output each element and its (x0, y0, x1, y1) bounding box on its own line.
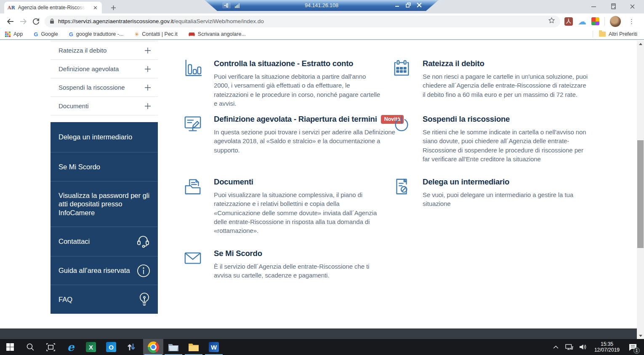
file-explorer-icon[interactable] (163, 339, 184, 355)
volume-icon[interactable] (577, 339, 588, 355)
task-view-button[interactable] (40, 339, 61, 355)
plus-icon[interactable] (144, 47, 151, 54)
window-close-button[interactable] (624, 0, 641, 13)
reload-button[interactable] (29, 15, 42, 28)
remote-connection-bar: 94.141.26.108 (205, 0, 439, 11)
plus-icon[interactable] (144, 84, 151, 91)
page-footer-strip (0, 328, 637, 339)
service-description: Se ritieni che le somme indicate in cart… (423, 128, 590, 163)
sidebar-link-guida[interactable]: Guida all’area riservata (51, 256, 158, 285)
search-button[interactable] (20, 339, 40, 355)
bookmark-contatti-pec[interactable]: ✳ Contatti | Pec.it (134, 31, 177, 37)
sidebar-item-documenti[interactable]: Documenti (51, 96, 158, 115)
cloud-extension-icon[interactable]: ☁ (578, 17, 586, 26)
bookmark-translate[interactable]: G google traduttore -... (69, 31, 124, 37)
sidebar-links-panel: Delega un intermediario Se Mi Scordo Vis… (51, 122, 158, 314)
browser-tab[interactable]: AR Agenzia delle entrate-Riscossione ✕ (4, 2, 102, 13)
service-title: Delega un intermediario (423, 177, 590, 187)
sidebar-link-infocamere[interactable]: Visualizza la password per gli atti depo… (51, 181, 158, 227)
service-description: Puoi visualizzare la situazione compless… (214, 190, 382, 235)
remote-close-icon[interactable] (417, 2, 422, 9)
service-card-rateizza[interactable]: Rateizza il debito Se non riesci a pagar… (392, 59, 590, 114)
service-description: Se vuoi, puoi delegare un intermediario … (423, 190, 590, 208)
red-couch-icon (189, 32, 195, 37)
sidebar-item-rateizza[interactable]: Rateizza il debito (51, 41, 158, 59)
orange-asterisk-icon: ✳ (134, 31, 139, 37)
pdf-extension-icon[interactable]: 人 (564, 17, 573, 26)
tray-chevron-icon[interactable] (551, 339, 562, 355)
service-card-delega[interactable]: Delega un intermediario Se vuoi, puoi de… (392, 177, 590, 248)
taskbar-clock[interactable]: 15:3512/07/2019 (591, 341, 623, 353)
bookmarks-bar: App G Google G google traduttore -... ✳ … (0, 29, 644, 40)
tab-title: Agenzia delle entrate-Riscossione (18, 5, 85, 11)
sidebar-link-semiscordo[interactable]: Se Mi Scordo (51, 152, 158, 181)
service-card-estratto-conto[interactable]: Controlla la situazione - Estratto conto… (183, 59, 382, 114)
browser-tab-bar: AR Agenzia delle entrate-Riscossione ✕ 9… (0, 0, 644, 13)
bookmarks-divider (593, 31, 593, 37)
service-title: Rateizza il debito (423, 59, 590, 68)
plus-icon[interactable] (144, 66, 151, 72)
system-tray: 15:3512/07/2019 1 (551, 339, 644, 355)
service-description: Se non riesci a pagare le cartelle in un… (423, 72, 590, 99)
sidebar-link-faq[interactable]: FAQ (51, 285, 158, 314)
start-button[interactable] (0, 339, 20, 355)
vertical-scrollbar[interactable] (637, 41, 644, 339)
network-icon[interactable] (564, 339, 575, 355)
action-center-button[interactable]: 1 (625, 339, 640, 355)
bookmark-google[interactable]: G Google (34, 31, 58, 37)
sync-arrows-app-icon[interactable] (121, 339, 141, 355)
sidebar-item-sospendi[interactable]: Sospendi la riscossione (51, 78, 158, 96)
service-card-sospendi[interactable]: Sospendi la riscossione Se ritieni che l… (392, 114, 590, 177)
scrollbar-thumb[interactable] (637, 140, 644, 248)
internet-explorer-icon[interactable]: e (61, 339, 81, 355)
google-g-icon: G (69, 31, 73, 37)
folder-icon (599, 32, 606, 37)
bookmark-apps[interactable]: App (5, 31, 23, 37)
service-description: È il servizio dell´Agenzia delle entrate… (214, 262, 382, 280)
service-title: Documenti (214, 177, 382, 187)
chrome-taskbar-icon[interactable] (143, 339, 163, 355)
google-g-icon: G (34, 31, 38, 37)
web-page: Rateizza il debito Definizione agevolata… (0, 41, 644, 339)
document-delegate-icon (392, 177, 411, 196)
site-favicon: AR (8, 5, 15, 11)
outlook-icon[interactable]: O (101, 339, 121, 355)
windows-taskbar: e X O W (0, 339, 644, 355)
other-bookmarks-folder[interactable]: Altri Preferiti (599, 31, 637, 37)
tab-close-icon[interactable]: ✕ (92, 4, 98, 11)
bookmark-scrivania[interactable]: Scrivania angolare... (189, 31, 246, 37)
new-tab-button[interactable] (109, 3, 118, 12)
excel-icon[interactable]: X (81, 339, 101, 355)
sidebar-link-contattaci[interactable]: Contattaci (51, 227, 158, 256)
power-icon (392, 114, 411, 133)
word-icon[interactable]: W (204, 339, 224, 355)
window-restore-button[interactable] (604, 0, 621, 13)
sidebar-item-definizione[interactable]: Definizione agevolata (51, 59, 158, 78)
remote-restore-icon[interactable] (406, 2, 411, 9)
folder-icon[interactable] (184, 339, 204, 355)
service-card-documenti[interactable]: Documenti Puoi visualizzare la situazion… (183, 177, 382, 248)
service-description: Puoi verificare la situazione debitoria … (214, 72, 382, 108)
address-bar[interactable]: https://servizi.agenziaentrateriscossion… (45, 16, 560, 27)
palette-extension-icon[interactable] (591, 17, 599, 25)
apps-grid-icon (5, 32, 11, 37)
toolbar-divider (604, 17, 605, 26)
back-button[interactable] (4, 15, 17, 28)
plus-icon[interactable] (144, 103, 151, 109)
url-text: https://servizi.agenziaentrateriscossion… (58, 18, 264, 24)
profile-avatar[interactable] (610, 16, 621, 27)
service-card-semiscordo[interactable]: Se Mi Scordo È il servizio dell´Agenzia … (183, 248, 382, 280)
remote-minimize-icon[interactable] (395, 2, 400, 9)
scroll-up-arrow[interactable] (637, 41, 644, 47)
lightbulb-icon (138, 292, 151, 307)
bookmark-star-icon[interactable] (548, 17, 555, 26)
folder-documents-icon (183, 177, 202, 196)
service-card-definizione-agevolata[interactable]: Definizione agevolata - Riapertura dei t… (183, 114, 382, 177)
forward-button[interactable] (17, 15, 29, 28)
lock-icon[interactable] (50, 19, 54, 24)
chrome-menu-icon[interactable]: ⋮ (626, 18, 637, 25)
window-minimize-button[interactable] (585, 0, 602, 13)
sidebar-link-delega[interactable]: Delega un intermediario (51, 122, 158, 152)
service-title: Sospendi la riscossione (423, 115, 590, 124)
scroll-down-arrow[interactable] (637, 333, 644, 339)
